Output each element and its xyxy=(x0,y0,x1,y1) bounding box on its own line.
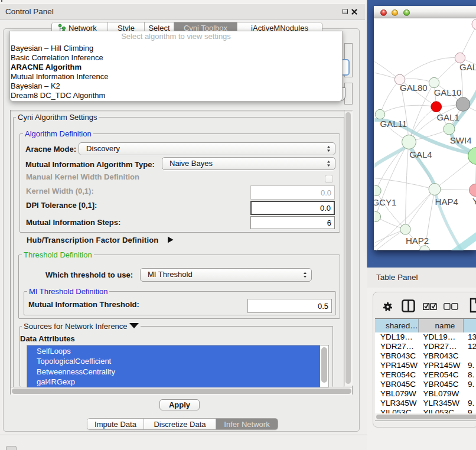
svg-text:GAL11: GAL11 xyxy=(380,119,407,129)
svg-text:GAL80: GAL80 xyxy=(400,83,428,93)
svg-text:SWI4: SWI4 xyxy=(450,135,472,145)
svg-text:HAP4: HAP4 xyxy=(435,197,458,207)
svg-text:GAL2: GAL2 xyxy=(459,62,476,72)
svg-text:Y: Y xyxy=(472,196,476,206)
svg-text:HAP2: HAP2 xyxy=(406,236,429,246)
svg-text:GCY1: GCY1 xyxy=(374,197,396,207)
svg-text:GAL1: GAL1 xyxy=(436,112,459,122)
svg-text:GAL10: GAL10 xyxy=(434,87,462,97)
svg-text:GAL4: GAL4 xyxy=(409,149,432,159)
